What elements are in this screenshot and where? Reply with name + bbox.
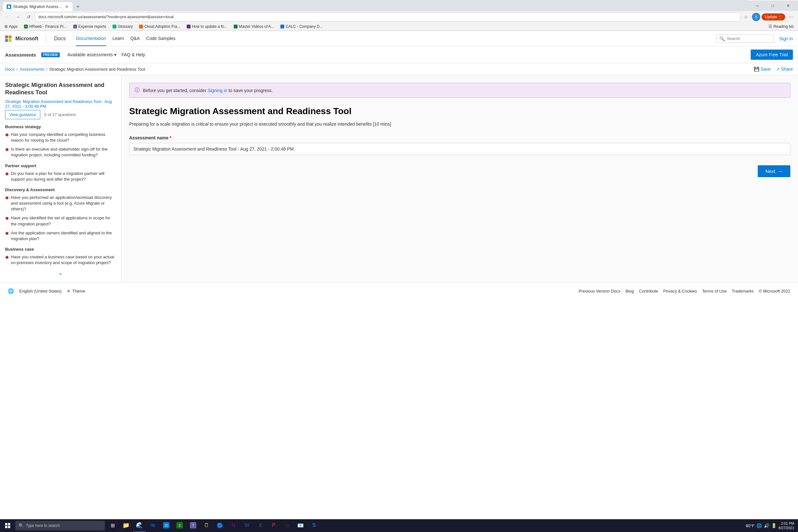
microsoft-logo[interactable]: Microsoft — [5, 36, 38, 42]
section-business-strategy: Business strategy — [5, 125, 116, 129]
left-sidebar: Strategic Migration Assessment and Readi… — [0, 75, 121, 283]
maximize-button[interactable]: □ — [765, 1, 780, 11]
search-box[interactable]: 🔍 — [717, 35, 774, 43]
bookmark-apps-label: Apps — [9, 24, 18, 29]
browser-tab-active[interactable]: 📄 Strategic Migration Assessment... ✕ — [3, 2, 73, 11]
list-item: ✱ Do you have a plan for how a migration… — [5, 171, 116, 182]
required-star-icon: ✱ — [5, 230, 9, 237]
sidebar-session: Strategic Migration Assessment and Readi… — [5, 99, 116, 109]
footer-trademarks[interactable]: Trademarks — [732, 289, 754, 293]
save-icon: 💾 — [754, 66, 759, 72]
sidebar-title: Strategic Migration Assessment and Readi… — [5, 81, 116, 97]
footer: 🌐 English (United States) ✳ Theme Previo… — [0, 283, 798, 299]
footer-prev-docs[interactable]: Previous Version Docs — [579, 289, 621, 293]
breadcrumb-sep-1: / — [17, 67, 18, 72]
view-guidance-button[interactable]: View guidance — [5, 110, 40, 119]
required-star-icon: ✱ — [5, 215, 9, 222]
footer-copyright: © Microsoft 2021 — [759, 289, 790, 293]
share-link[interactable]: ↗ Share — [776, 66, 793, 72]
nav-documentation[interactable]: Documentation — [76, 31, 106, 46]
bookmark-expense[interactable]: Expense reports — [71, 24, 108, 30]
list-item: ✱ Have you identified the set of applica… — [5, 215, 116, 227]
breadcrumb-assessments[interactable]: Assessments — [19, 67, 44, 72]
nav-faq-help[interactable]: FAQ & Help — [121, 52, 145, 57]
address-input[interactable] — [35, 13, 740, 21]
forward-button[interactable]: → — [14, 13, 22, 21]
bookmark-calc[interactable]: CALC - Company D... — [279, 24, 324, 30]
tab-favicon: 📄 — [7, 4, 11, 9]
breadcrumb: Docs / Assessments / Strategic Migration… — [5, 67, 145, 72]
save-link[interactable]: 💾 Save — [754, 66, 771, 72]
update-button[interactable]: Update ⋮ — [762, 14, 785, 20]
breadcrumb-actions: 💾 Save ↗ Share — [754, 66, 793, 72]
nav-learn[interactable]: Learn — [113, 31, 124, 46]
bookmark-expense-label: Expense reports — [78, 24, 106, 29]
extensions-icon[interactable]: ⋯ — [786, 13, 795, 21]
nav-qa[interactable]: Q&A — [130, 31, 140, 46]
browser-toolbar: ☆ S Update ⋮ ⋯ — [742, 13, 795, 21]
assessments-bar: Assessments PREVIEW Available assessment… — [0, 46, 798, 63]
section-business-case: Business case — [5, 247, 116, 252]
bookmark-master[interactable]: Master Videos of A... — [232, 24, 276, 30]
field-label: Assessment name * — [129, 135, 790, 140]
close-button[interactable]: ✕ — [781, 1, 795, 11]
bookmark-glossary[interactable]: Glossary — [111, 24, 135, 30]
next-button[interactable]: Next → — [758, 165, 790, 177]
chevron-down-icon: ▾ — [114, 52, 116, 57]
bookmarks-bar: ⊞ Apps H HRweb - Finance Pr... Expense r… — [0, 23, 798, 31]
bookmark-glossary-label: Glossary — [118, 24, 133, 29]
nav-available-assessments[interactable]: Available assessments ▾ — [68, 52, 116, 57]
bookmark-cloud[interactable]: Cloud Adoption Fra... — [137, 24, 182, 30]
preview-badge: PREVIEW — [41, 53, 60, 57]
next-btn-row: Next → — [129, 165, 790, 177]
list-item: ✱ Has your company identified a compelli… — [5, 132, 116, 143]
profile-icon[interactable]: S — [752, 13, 760, 21]
footer-contribute[interactable]: Contribute — [639, 289, 658, 293]
main-content: ⓘ Before you get started, consider Signi… — [121, 75, 798, 283]
bookmark-master-label: Master Videos of A... — [239, 24, 274, 29]
bookmark-how-to[interactable]: How to update a fo... — [185, 24, 229, 30]
required-indicator: * — [170, 135, 171, 140]
bookmark-reading-list[interactable]: ☰ Reading list — [767, 24, 795, 30]
search-input[interactable] — [727, 36, 771, 41]
footer-left: 🌐 English (United States) ✳ Theme — [8, 288, 85, 294]
question-text: Do you have a plan for how a migration p… — [11, 171, 116, 182]
tab-close-btn[interactable]: ✕ — [65, 4, 69, 9]
info-icon: ⓘ — [135, 87, 140, 94]
question-text: Have you identified the set of applicati… — [11, 215, 116, 227]
footer-privacy[interactable]: Privacy & Cookies — [663, 289, 697, 293]
nav-code-samples[interactable]: Code Samples — [146, 31, 175, 46]
window-controls: ─ □ ✕ — [747, 1, 798, 11]
tab-title: Strategic Migration Assessment... — [13, 4, 63, 9]
main-layout: Strategic Migration Assessment and Readi… — [0, 75, 798, 283]
new-tab-button[interactable]: + — [74, 2, 82, 11]
footer-terms[interactable]: Terms of Use — [702, 289, 727, 293]
arrow-right-icon: → — [778, 169, 783, 174]
chevron-down-icon: ⌄ — [58, 269, 63, 276]
breadcrumb-docs[interactable]: Docs — [5, 67, 15, 72]
favorites-icon[interactable]: ☆ — [742, 13, 751, 21]
refresh-button[interactable]: ↺ — [24, 13, 33, 21]
theme-toggle[interactable]: ✳ Theme — [67, 289, 85, 293]
back-button[interactable]: ← — [3, 13, 12, 21]
theme-icon: ✳ — [67, 289, 70, 293]
assessment-name-input[interactable] — [129, 143, 790, 155]
breadcrumb-current: Strategic Migration Assessment and Readi… — [49, 67, 145, 72]
breadcrumb-bar: Docs / Assessments / Strategic Migration… — [0, 63, 798, 75]
bookmark-apps[interactable]: ⊞ Apps — [3, 24, 19, 30]
minimize-button[interactable]: ─ — [750, 1, 765, 11]
sign-in-link[interactable]: Sign in — [779, 36, 793, 41]
info-banner: ⓘ Before you get started, consider Signi… — [129, 83, 790, 98]
azure-free-trial-button[interactable]: Azure Free Trial — [751, 50, 793, 60]
share-icon: ↗ — [776, 66, 780, 72]
list-item: ✱ Are the application owners identified … — [5, 230, 116, 242]
breadcrumb-sep-2: / — [46, 67, 48, 72]
bookmark-hrweb[interactable]: H HRweb - Finance Pr... — [22, 24, 69, 30]
footer-blog[interactable]: Blog — [626, 289, 634, 293]
search-icon: 🔍 — [719, 36, 725, 41]
sign-in-banner-link[interactable]: Signing in — [208, 88, 227, 93]
docs-wordmark: Docs — [54, 36, 65, 41]
header-divider — [46, 35, 46, 42]
scroll-down[interactable]: ⌄ — [5, 269, 116, 276]
question-text: Have you performed an application/worklo… — [11, 195, 116, 212]
